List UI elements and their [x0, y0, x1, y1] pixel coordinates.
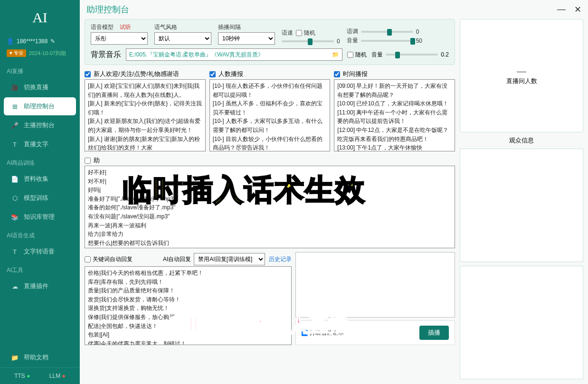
bgm-volume-slider[interactable]: 音量 0.2: [371, 51, 449, 59]
help-docs[interactable]: 📁 帮助文档: [4, 348, 76, 366]
page-title: 助理控制台: [86, 4, 129, 15]
time-toggle[interactable]: [334, 71, 340, 77]
insert-input[interactable]: [295, 252, 455, 318]
section-label: AI商品训练: [0, 154, 80, 169]
assistant-console-icon: ⊞: [10, 102, 19, 111]
plan-badge: ♥ 专业: [7, 49, 26, 57]
bgm-path[interactable]: E:/005.『宝丽金粤语.柔歌单曲』《WAV真无损音质》 📁: [126, 48, 342, 61]
folder-icon: 📁: [10, 353, 19, 362]
user-icon: 👤: [7, 38, 14, 45]
voice-panel: 语音模型 试听 乐彤 语气风格 默认 插播间隔 10秒钟 语速: [85, 19, 455, 65]
welcome-textarea[interactable]: [新人] 欢迎{宝宝们|家人们|朋友们}来到{我|我们}的直播间，现在人数为{在…: [85, 79, 206, 151]
insert-button[interactable]: 插播: [419, 326, 449, 340]
switch-live-icon: 🎥: [10, 83, 19, 92]
volume-slider[interactable]: 音量 50: [347, 37, 422, 45]
voice-style-select[interactable]: 默认: [154, 32, 211, 45]
folder-icon[interactable]: 📁: [332, 51, 339, 58]
minimize-icon[interactable]: —: [557, 4, 566, 15]
close-icon[interactable]: ✕: [574, 4, 581, 15]
welcome-toggle[interactable]: [85, 71, 91, 77]
audience-box: [460, 149, 583, 262]
sidebar-item-live-text[interactable]: T直播文字: [4, 135, 76, 153]
sidebar-item-anchor-console[interactable]: 🎤主播控制台: [4, 116, 76, 134]
edit-icon[interactable]: ✎: [50, 38, 55, 45]
audience-info-label: 观众信息: [460, 136, 583, 145]
interrupt-toggle[interactable]: [302, 330, 308, 336]
assist-toggle[interactable]: [85, 158, 91, 164]
tts-icon: T: [10, 247, 19, 256]
titlebar: 助理控制台 — ✕: [80, 0, 588, 19]
assist-textarea[interactable]: 好不好| 对不对| 好吗| 准备好了吗|"./slave/准备好了.mp3" 准…: [85, 166, 455, 248]
section-label: AI直播: [0, 63, 80, 77]
section-label: AI语音生成: [0, 227, 80, 242]
count-toggle[interactable]: [209, 71, 216, 77]
section-label: AI工具: [0, 262, 80, 276]
tts-status: TTS ●: [14, 373, 30, 379]
sidebar-item-model-train[interactable]: ⬡模型训练: [4, 189, 76, 207]
user-phone: 186****1388: [17, 38, 47, 45]
model-train-icon: ⬡: [10, 194, 19, 202]
live-text-icon: T: [10, 140, 19, 149]
sidebar-item-tts[interactable]: T文字转语音: [4, 243, 76, 261]
time-textarea[interactable]: [09:00] 早上好！新的一天开始了，大家有没有想要了解的商品呢？ [10:0…: [334, 79, 455, 151]
sidebar-item-data-collect[interactable]: 📄资料收集: [4, 170, 76, 188]
sidebar-item-assistant-console[interactable]: ⊞助理控制台: [4, 97, 76, 115]
speed-slider[interactable]: 0: [282, 38, 340, 45]
sidebar: AI 👤 186****1388 ✎ ♥ 专业 2024-10-07到期 AI直…: [0, 0, 80, 384]
anchor-console-icon: 🎤: [10, 121, 19, 130]
user-row: 👤 186****1388 ✎: [0, 35, 80, 47]
expiry: 2024-10-07到期: [29, 50, 66, 57]
keyword-textarea[interactable]: 价格|我们今天的价格相当优惠，赶紧下单吧！ 库存|库存有限，先到先得哦！ 质量|…: [85, 266, 292, 345]
data-collect-icon: 📄: [10, 175, 19, 183]
speed-random[interactable]: 随机: [296, 29, 315, 37]
room-count-label: 直播间人数: [506, 77, 537, 85]
keyword-toggle[interactable]: [85, 256, 91, 262]
voice-model-select[interactable]: 乐彤: [91, 32, 148, 45]
pitch-slider[interactable]: 语调 0: [347, 28, 422, 36]
history-link[interactable]: 历史记录: [269, 255, 292, 263]
sidebar-item-live-plugin[interactable]: ☁直播插件: [4, 277, 76, 295]
sidebar-item-switch-live[interactable]: 🎥切换直播: [4, 78, 76, 96]
sidebar-item-kb-manage[interactable]: 📚知识库管理: [4, 208, 76, 226]
live-plugin-icon: ☁: [10, 282, 19, 290]
badge-row: ♥ 专业 2024-10-07到期: [0, 47, 80, 63]
logo: AI: [0, 0, 80, 35]
bgm-random[interactable]: 随机: [347, 51, 367, 59]
count-textarea[interactable]: [10-] 现在人数还不多，小伙伴们有任何问题都可以提问哦！ [10-] 虽然人…: [209, 79, 331, 151]
llm-status: LLM ●: [49, 373, 66, 379]
kb-manage-icon: 📚: [10, 213, 19, 221]
interval-select[interactable]: 10秒钟: [218, 32, 275, 45]
ai-mode-select[interactable]: 禁用AI回复[需训练模]: [194, 253, 265, 265]
bgm-label: 背景音乐: [91, 50, 121, 60]
preview-link[interactable]: 试听: [120, 24, 131, 30]
log-box: [460, 266, 583, 379]
